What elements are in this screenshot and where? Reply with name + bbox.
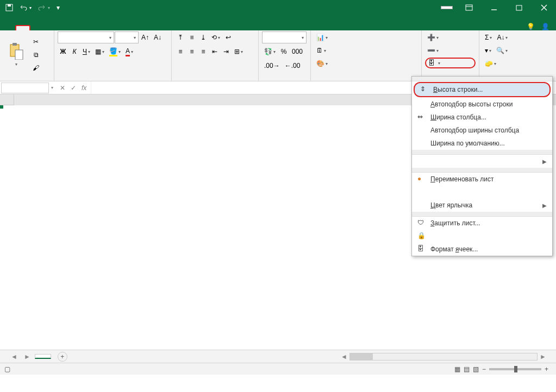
align-bottom-icon[interactable]: ⤓ [198, 31, 209, 43]
zoom-slider[interactable] [489, 368, 541, 370]
sheet-nav-prev-icon[interactable]: ◄ [9, 353, 20, 361]
decrease-indent-icon[interactable]: ⇤ [209, 46, 220, 58]
signin-button[interactable] [441, 6, 453, 9]
enter-formula-icon[interactable]: ✓ [71, 84, 76, 92]
undo-icon[interactable]: ▾ [17, 3, 34, 12]
tab-data[interactable] [70, 25, 83, 30]
record-macro-icon[interactable]: ▢ [4, 365, 10, 373]
tab-developer[interactable] [109, 25, 122, 30]
fill-color-icon[interactable]: 🪣▾ [107, 46, 123, 58]
format-menu-header-size [412, 77, 552, 81]
zoom-in-icon[interactable]: + [545, 365, 548, 373]
cut-icon[interactable]: ✂ [30, 36, 41, 48]
menu-tab-color[interactable]: Цвет ярлычка▶ [412, 199, 552, 212]
fill-icon[interactable]: ▾▾ [483, 45, 493, 56]
tab-page-layout[interactable] [43, 25, 57, 30]
bold-button[interactable]: Ж [58, 46, 68, 58]
increase-indent-icon[interactable]: ⇥ [221, 46, 232, 58]
font-size-combo[interactable]: ▾ [115, 31, 139, 43]
menu-lock-cell[interactable]: 🔒 [412, 230, 552, 243]
merge-cells-icon[interactable]: ⊞▾ [232, 46, 245, 58]
status-bar: ▢ ▦ ▤ ▧ − + [0, 363, 556, 375]
font-name-combo[interactable]: ▾ [58, 31, 114, 43]
format-cells-button[interactable]: 🗄 ▾ [425, 58, 476, 68]
decrease-font-icon[interactable]: A↓ [152, 31, 164, 43]
orientation-icon[interactable]: ⟲▾ [209, 31, 222, 43]
menu-move-copy[interactable] [412, 186, 552, 199]
currency-icon[interactable]: 💱▾ [262, 46, 278, 58]
italic-button[interactable]: К [69, 46, 80, 58]
protect-icon: 🛡 [417, 219, 426, 227]
copy-icon[interactable]: ⧉ [30, 49, 41, 61]
ribbon: ▾ ✂ ⧉ 🖌 ▾ ▾ A↑ A↓ Ж К Ч▾ ▦▾ 🪣▾ [0, 30, 556, 81]
zoom-out-icon[interactable]: − [482, 365, 486, 373]
sort-filter-icon[interactable]: A↓▾ [495, 31, 510, 43]
format-painter-icon[interactable]: 🖌 [30, 62, 41, 74]
number-format-combo[interactable]: ▾ [262, 31, 307, 43]
align-center-icon[interactable]: ≡ [186, 46, 197, 58]
underline-button[interactable]: Ч▾ [80, 46, 92, 58]
paste-button[interactable]: ▾ [3, 37, 28, 73]
new-sheet-icon[interactable]: + [58, 352, 67, 362]
view-page-layout-icon[interactable]: ▤ [464, 365, 470, 373]
maximize-icon[interactable] [507, 0, 531, 15]
tab-help[interactable] [122, 25, 135, 30]
fx-icon[interactable]: fx [82, 84, 86, 92]
menu-col-width[interactable]: ⇔Ширина столбца... [412, 111, 552, 124]
tab-file[interactable] [2, 25, 15, 30]
cell-styles-button[interactable]: 🎨 ▾ [314, 58, 418, 69]
tab-insert[interactable] [30, 25, 43, 30]
format-menu-header-organize [412, 168, 552, 173]
delete-cells-button[interactable]: ➖ ▾ [425, 45, 476, 56]
close-icon[interactable] [532, 0, 556, 15]
menu-rename-sheet[interactable]: ●Переименовать лист [412, 173, 552, 186]
menu-default-width[interactable]: Ширина по умолчанию... [412, 137, 552, 150]
name-box[interactable] [1, 83, 49, 93]
format-as-table-button[interactable]: 🗓 ▾ [314, 45, 418, 56]
tab-review[interactable] [83, 25, 96, 30]
select-all-corner[interactable] [0, 94, 14, 105]
menu-row-height[interactable]: ⇕Высота строки... [414, 82, 551, 97]
insert-cells-button[interactable]: ➕ ▾ [425, 31, 476, 43]
decrease-decimal-icon[interactable]: ←.00 [283, 60, 303, 72]
borders-icon[interactable]: ▦▾ [93, 46, 107, 58]
comma-icon[interactable]: 000 [290, 46, 305, 58]
sheet-tab[interactable] [35, 354, 51, 359]
menu-autofit-col[interactable]: Автоподбор ширины столбца [412, 124, 552, 137]
tab-formulas[interactable] [57, 25, 70, 30]
menu-hide-unhide[interactable]: ▶ [412, 155, 552, 168]
increase-font-icon[interactable]: A↑ [139, 31, 151, 43]
percent-icon[interactable]: % [278, 46, 289, 58]
menu-format-cells[interactable]: 🗄Формат ячеек... [412, 243, 552, 256]
menu-autofit-row[interactable]: Автоподбор высоты строки [412, 98, 552, 111]
save-icon[interactable] [3, 3, 15, 12]
redo-icon[interactable]: ▾ [36, 3, 52, 12]
view-page-break-icon[interactable]: ▧ [473, 365, 479, 373]
view-normal-icon[interactable]: ▦ [454, 365, 460, 373]
conditional-format-button[interactable]: 📊 ▾ [314, 31, 418, 43]
tab-view[interactable] [96, 25, 109, 30]
autosum-icon[interactable]: Σ▾ [483, 31, 494, 43]
align-right-icon[interactable]: ≡ [198, 46, 209, 58]
align-middle-icon[interactable]: ≡ [186, 31, 197, 43]
sheet-nav-next-icon[interactable]: ► [22, 353, 33, 361]
find-icon[interactable]: 🔍▾ [494, 45, 510, 56]
font-color-icon[interactable]: A▾ [123, 46, 135, 58]
ribbon-display-icon[interactable] [457, 0, 481, 15]
wrap-text-icon[interactable]: ↩ [223, 31, 234, 43]
cancel-formula-icon[interactable]: ✕ [60, 84, 65, 92]
hscroll-left-icon[interactable]: ◄ [339, 353, 349, 361]
qat-customize-icon[interactable]: ▾ [54, 3, 62, 12]
horizontal-scrollbar[interactable] [349, 353, 538, 361]
menu-protect-sheet[interactable]: 🛡Защитить лист... [412, 217, 552, 230]
clear-icon[interactable]: 🧽▾ [483, 58, 498, 69]
align-top-icon[interactable]: ⤒ [175, 31, 186, 43]
col-width-icon: ⇔ [417, 113, 426, 122]
align-left-icon[interactable]: ≡ [175, 46, 186, 58]
minimize-icon[interactable] [482, 0, 506, 15]
hscroll-right-icon[interactable]: ► [538, 353, 548, 361]
svg-rect-9 [13, 43, 17, 46]
share-button[interactable]: 👤 [541, 23, 549, 30]
tell-me[interactable]: 💡 [527, 23, 535, 30]
increase-decimal-icon[interactable]: .00→ [262, 60, 282, 72]
